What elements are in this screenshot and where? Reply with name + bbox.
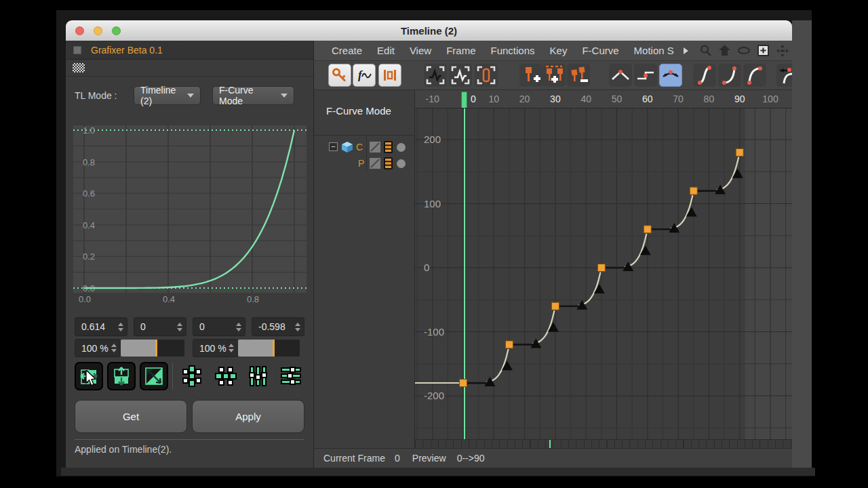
align-rows-button[interactable] (212, 362, 240, 390)
delete-key-button[interactable] (567, 64, 590, 87)
ruler-tick-label: 50 (612, 94, 623, 104)
curve-selection-button[interactable] (449, 64, 472, 87)
motion-view-button[interactable] (378, 64, 401, 87)
preview-range-value: 0-->90 (457, 453, 485, 464)
zero-tangent-button[interactable] (776, 64, 792, 87)
svg-text:-100: -100 (424, 326, 444, 338)
home-icon[interactable] (718, 44, 731, 57)
menu-create[interactable]: Create (332, 45, 362, 56)
ease-in-button[interactable] (718, 64, 741, 87)
svg-text:100: 100 (424, 198, 441, 209)
smooth-tangent-icon (660, 65, 681, 85)
stagger-columns-icon (247, 365, 270, 388)
timeline-tick-band[interactable] (415, 439, 792, 448)
stepper-icon[interactable] (295, 323, 300, 331)
keyframe-track-icon[interactable] (384, 141, 393, 153)
svg-text:200: 200 (424, 134, 441, 145)
stepper-icon[interactable] (118, 323, 123, 331)
fcurve-icon: f (355, 66, 373, 84)
key-icon (331, 66, 349, 84)
add-keys-icon (543, 64, 565, 86)
ruler-tick-label: 60 (642, 94, 653, 104)
keyframe-selection-button[interactable] (424, 64, 447, 87)
grafixer-checkbox[interactable] (73, 46, 81, 54)
tree-row-object[interactable]: − C (314, 139, 415, 155)
mode-select-value: F-Curve Mode (219, 85, 274, 106)
stepper-icon[interactable] (229, 344, 234, 352)
mode-select-dropdown[interactable]: F-Curve Mode (212, 86, 294, 105)
region-selection-button[interactable] (475, 64, 498, 87)
collapse-icon[interactable]: − (329, 142, 338, 151)
menu-overflow-icon[interactable] (684, 47, 688, 54)
menu-functions[interactable]: Functions (490, 45, 534, 56)
linear-tangent-button[interactable] (609, 64, 632, 87)
ease-out-icon (745, 65, 765, 85)
layer-icon[interactable] (370, 142, 380, 152)
layer-icon[interactable] (370, 158, 380, 169)
param-field-3[interactable]: 0 (193, 317, 245, 336)
region-oval-icon[interactable] (737, 44, 751, 57)
out-of-range-band (745, 108, 792, 439)
slider-handle[interactable] (273, 340, 275, 357)
menu-key[interactable]: Key (550, 45, 568, 56)
step-tangent-button[interactable] (634, 64, 657, 87)
menu-edit[interactable]: Edit (377, 45, 395, 56)
align-columns-icon (180, 365, 203, 388)
search-icon[interactable] (699, 44, 712, 57)
menu-f-curve[interactable]: F-Curve (582, 45, 618, 56)
menu-frame[interactable]: Frame (446, 45, 475, 56)
ruler-tick-label: 80 (704, 94, 715, 104)
param-value-2: 0 (140, 321, 177, 332)
mute-dot-icon[interactable] (397, 143, 406, 152)
param-value-3: 0 (199, 321, 236, 332)
menu-view[interactable]: View (410, 45, 431, 56)
keyframe-point (551, 302, 559, 310)
menu-motion-s[interactable]: Motion S (634, 45, 674, 56)
cube-icon (341, 141, 353, 153)
add-key-button[interactable] (519, 64, 542, 87)
preview-label: Preview (412, 453, 446, 464)
tree-row-track[interactable]: P (314, 155, 415, 171)
key-view-button[interactable] (328, 64, 351, 87)
curve-preview-chart[interactable]: 1.00.80.60.40.20.00.00.40.8 (73, 125, 307, 306)
stepper-icon[interactable] (177, 323, 182, 331)
align-columns-button[interactable] (178, 362, 206, 390)
param-field-1[interactable]: 0.614 (75, 317, 127, 336)
stepper-icon[interactable] (111, 344, 117, 352)
stepper-icon[interactable] (236, 323, 241, 331)
fcurve-view-button[interactable]: f (353, 64, 376, 87)
fcurve-grid (415, 108, 792, 439)
param-field-2[interactable]: 0 (134, 317, 186, 336)
fcurve-graph[interactable]: 2001000-100-200 (415, 108, 792, 439)
ease-ease-icon (694, 65, 715, 85)
ease-ease-button[interactable] (693, 64, 716, 87)
strength-field-2[interactable]: 100 % (193, 339, 238, 357)
svg-text:0.8: 0.8 (247, 294, 259, 304)
slider-handle[interactable] (155, 340, 157, 357)
frame-all-icon[interactable] (757, 44, 770, 57)
strength-value-1: 100 % (81, 343, 111, 354)
playhead-handle[interactable] (461, 92, 467, 108)
titlebar[interactable]: Timeline (2) (66, 20, 792, 41)
drag-grip-icon[interactable] (73, 63, 85, 73)
frame-ruler[interactable]: -100102030405060708090100 (415, 90, 792, 108)
keyframe-track-icon[interactable] (384, 157, 393, 169)
smooth-tangent-button[interactable] (659, 64, 682, 87)
ease-out-button[interactable] (743, 64, 766, 87)
apply-button[interactable]: Apply (192, 400, 304, 433)
strength-slider-1[interactable] (121, 340, 184, 357)
mute-dot-icon[interactable] (397, 159, 406, 168)
strength-slider-2[interactable] (238, 340, 300, 357)
param-field-4[interactable]: -0.598 (252, 317, 304, 336)
strength-field-1[interactable]: 100 % (75, 339, 121, 357)
flip-vertical-button[interactable] (107, 362, 136, 390)
timeline-select-dropdown[interactable]: Timeline (2) (134, 86, 201, 105)
get-button[interactable]: Get (75, 400, 187, 433)
flip-diagonal-button[interactable] (140, 362, 168, 390)
add-keys-button[interactable] (542, 64, 566, 87)
keyframe-point (597, 264, 605, 272)
stagger-rows-button[interactable] (277, 362, 305, 390)
stagger-columns-button[interactable] (244, 362, 273, 390)
selection-dark-curve-icon (425, 64, 446, 86)
move-icon[interactable] (776, 44, 789, 58)
